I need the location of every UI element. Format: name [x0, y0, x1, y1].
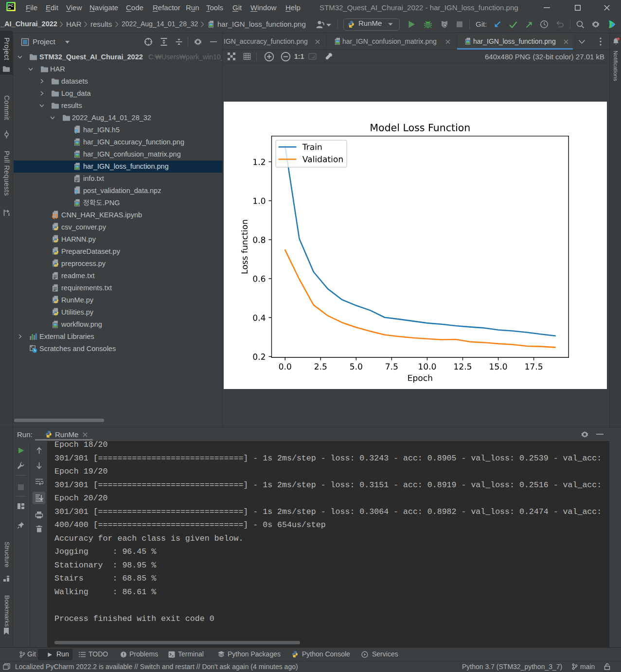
svg-text:PC: PC: [8, 3, 14, 8]
